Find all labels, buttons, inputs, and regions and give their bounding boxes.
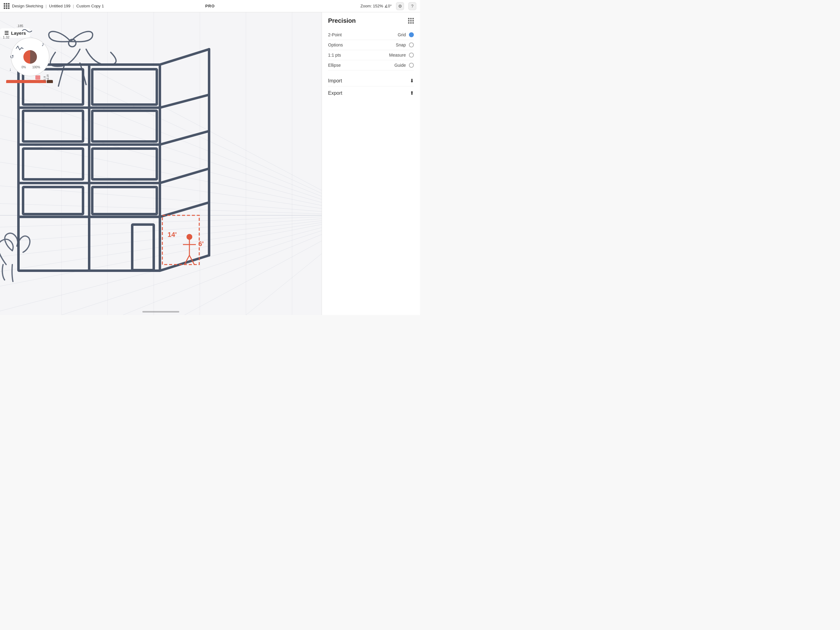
svg-line-35 [160, 95, 209, 108]
breadcrumb-sep2: | [73, 4, 74, 8]
svg-text:1.32: 1.32 [3, 35, 9, 39]
panel-right-measure[interactable]: Measure [389, 52, 414, 57]
svg-rect-45 [92, 149, 157, 179]
svg-text:.185: .185 [17, 24, 23, 28]
panel-right-grid[interactable]: Grid [398, 32, 414, 37]
svg-text:11.8: 11.8 [43, 76, 46, 82]
app-menu-icon[interactable] [4, 3, 9, 9]
panel-row-snap: Options Snap [328, 40, 414, 50]
svg-line-29 [160, 255, 209, 271]
svg-rect-47 [92, 187, 157, 214]
svg-line-19 [246, 215, 322, 315]
svg-text:↺: ↺ [10, 54, 14, 59]
panel-row-measure: 1:1 pts Measure [328, 50, 414, 60]
measure-radio[interactable] [409, 52, 414, 57]
panel-options-icon[interactable] [408, 18, 414, 24]
guide-radio[interactable] [409, 63, 414, 68]
help-button[interactable]: ? [408, 2, 416, 10]
bottom-scroll-indicator [142, 311, 179, 313]
breadcrumb-sep1: | [46, 4, 46, 8]
app-name: Design Sketching [12, 4, 43, 8]
snap-radio[interactable] [409, 43, 414, 47]
svg-line-28 [160, 49, 209, 65]
topbar-right: Zoom: 152% ∡0° ⚙ ? [360, 2, 416, 10]
svg-text:♪: ♪ [41, 41, 44, 47]
svg-text:14': 14' [167, 231, 177, 238]
tool-wheel-svg: .185 1.32 0% 100% ♪ ↺ ↓ [3, 22, 55, 83]
svg-text:6': 6' [198, 240, 204, 248]
import-icon: ⬇ [410, 78, 414, 84]
export-button[interactable]: Export ⬆ [328, 88, 414, 98]
svg-rect-44 [23, 149, 83, 179]
right-panel: Precision 2-Point Grid Options Snap 1:1 … [322, 12, 420, 315]
panel-label-pts: 1:1 pts [328, 52, 341, 57]
copy-name[interactable]: Custom Copy 1 [76, 4, 104, 8]
svg-line-18 [185, 215, 322, 315]
svg-line-37 [160, 169, 209, 183]
svg-rect-69 [35, 75, 40, 80]
svg-line-16 [62, 215, 322, 315]
panel-right-snap[interactable]: Snap [396, 43, 414, 47]
settings-button[interactable]: ⚙ [396, 2, 404, 10]
tool-wheel[interactable]: .185 1.32 0% 100% ♪ ↺ ↓ [3, 22, 55, 83]
svg-rect-68 [47, 80, 53, 83]
svg-line-38 [160, 203, 209, 217]
canvas-area[interactable]: 14' 6' ☰ Layers .185 1.32 0% 100% [0, 12, 322, 315]
export-label: Export [328, 90, 408, 96]
panel-title: Precision [328, 17, 414, 24]
topbar: Design Sketching | Untitled 199 | Custom… [0, 0, 420, 12]
svg-rect-42 [23, 111, 83, 141]
svg-point-51 [187, 234, 192, 239]
panel-row-guide: Ellipse Guide [328, 60, 414, 70]
svg-rect-41 [92, 69, 157, 104]
svg-text:0%: 0% [22, 65, 26, 69]
svg-text:∡18: ∡18 [46, 74, 49, 80]
file-name[interactable]: Untitled 199 [49, 4, 70, 8]
svg-line-36 [160, 131, 209, 144]
panel-label-ellipse: Ellipse [328, 63, 341, 68]
svg-rect-67 [6, 80, 46, 83]
grid-radio[interactable] [409, 32, 414, 37]
svg-text:100%: 100% [32, 65, 40, 69]
svg-rect-50 [163, 215, 199, 264]
import-button[interactable]: Import ⬇ [328, 75, 414, 86]
pro-badge: PRO [205, 4, 215, 8]
svg-rect-48 [132, 225, 154, 270]
panel-right-guide[interactable]: Guide [395, 63, 414, 68]
topbar-left: Design Sketching | Untitled 199 | Custom… [4, 3, 360, 9]
panel-row-grid: 2-Point Grid [328, 30, 414, 40]
zoom-info[interactable]: Zoom: 152% ∡0° [360, 4, 392, 8]
svg-rect-46 [23, 187, 83, 214]
export-icon: ⬆ [410, 90, 414, 96]
panel-label-options: Options [328, 43, 343, 47]
svg-rect-43 [92, 111, 157, 141]
import-label: Import [328, 78, 408, 84]
help-icon: ? [411, 4, 414, 9]
panel-label-2point: 2-Point [328, 32, 342, 37]
svg-text:↓: ↓ [9, 67, 11, 72]
settings-icon: ⚙ [398, 4, 402, 9]
